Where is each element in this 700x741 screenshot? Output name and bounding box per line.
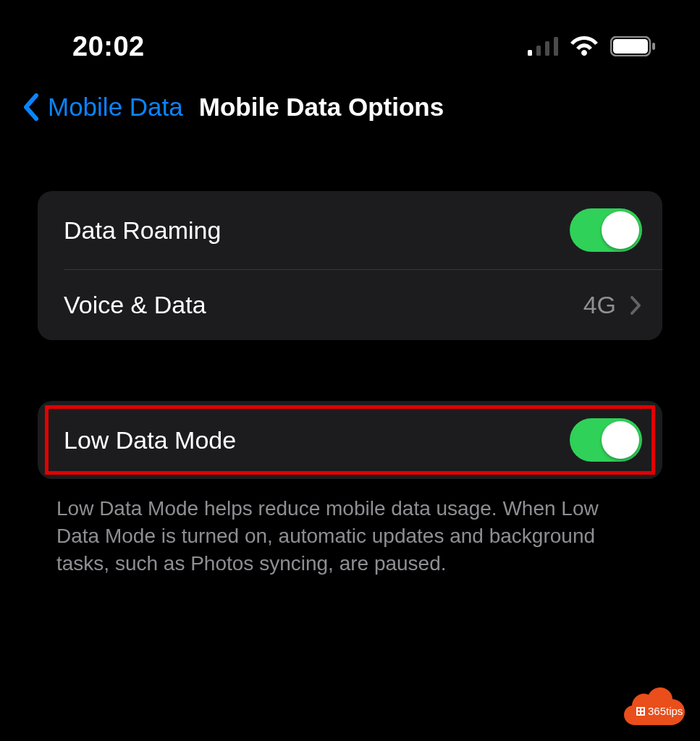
svg-rect-6 — [652, 43, 655, 50]
nav-bar: Mobile Data Mobile Data Options — [0, 65, 700, 122]
svg-rect-2 — [545, 41, 549, 56]
svg-rect-0 — [528, 50, 532, 56]
svg-rect-10 — [641, 712, 644, 714]
voice-data-label: Voice & Data — [64, 291, 206, 319]
svg-rect-3 — [554, 37, 558, 56]
back-label[interactable]: Mobile Data — [48, 93, 183, 122]
svg-rect-8 — [641, 708, 644, 711]
chevron-left-icon — [22, 93, 38, 121]
low-data-mode-toggle[interactable] — [570, 418, 642, 462]
svg-rect-7 — [638, 708, 640, 711]
status-icons — [528, 35, 657, 57]
svg-rect-1 — [536, 46, 541, 56]
cellular-signal-icon — [528, 37, 558, 56]
low-data-mode-row: Low Data Mode — [38, 401, 662, 479]
svg-rect-5 — [613, 39, 648, 54]
page-title: Mobile Data Options — [199, 93, 444, 122]
back-button[interactable] — [22, 94, 39, 120]
toggle-knob — [602, 421, 639, 459]
watermark: 365tips — [622, 685, 687, 728]
status-time: 20:02 — [72, 31, 145, 62]
status-bar: 20:02 — [0, 0, 700, 65]
toggle-knob — [602, 211, 639, 249]
svg-rect-9 — [638, 712, 640, 714]
battery-icon — [610, 36, 657, 56]
voice-data-value: 4G — [583, 291, 616, 319]
office-icon — [636, 707, 645, 716]
chevron-right-icon — [629, 295, 642, 316]
data-roaming-row: Data Roaming — [38, 191, 662, 269]
settings-group-2: Low Data Mode — [38, 401, 662, 479]
voice-data-right: 4G — [583, 291, 642, 319]
wifi-icon — [568, 35, 600, 57]
low-data-mode-label: Low Data Mode — [64, 426, 236, 454]
voice-data-row[interactable]: Voice & Data 4G — [64, 269, 662, 340]
watermark-text: 365tips — [648, 705, 683, 717]
settings-group-1: Data Roaming Voice & Data 4G — [38, 191, 662, 340]
low-data-mode-description: Low Data Mode helps reduce mobile data u… — [56, 495, 644, 577]
data-roaming-label: Data Roaming — [64, 216, 221, 245]
data-roaming-toggle[interactable] — [570, 208, 642, 252]
